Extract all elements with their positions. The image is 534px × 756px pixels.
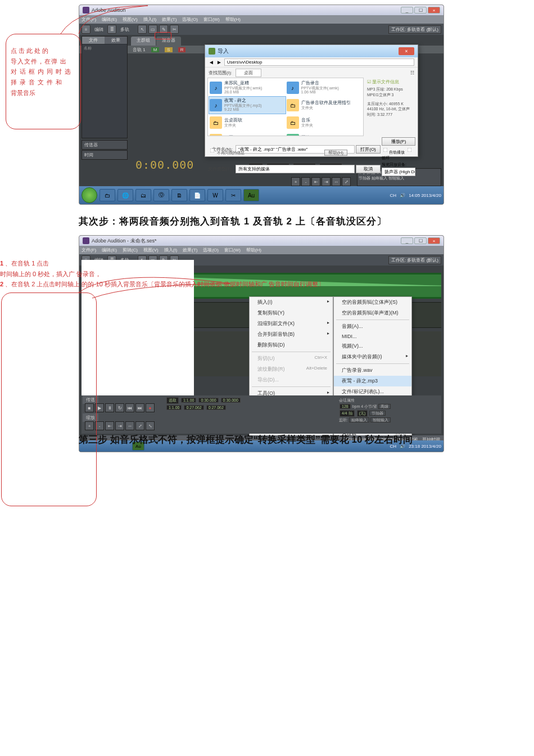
callout2-tail	[79, 264, 236, 309]
taskbar-app[interactable]: ✂	[225, 189, 241, 201]
minimize-button[interactable]: _	[401, 7, 413, 14]
dialog-title: 导入	[218, 47, 399, 55]
volume-icon[interactable]: 🔊	[400, 193, 405, 198]
back-icon[interactable]: ◄	[209, 59, 214, 65]
submenu-item[interactable]: 视频(V)...	[334, 341, 411, 352]
submenu-item[interactable]: 空的音频剪辑(单声道)(M)	[334, 308, 411, 318]
address-field[interactable]: Users\vv\Desktop	[224, 58, 414, 66]
submenu-item[interactable]: 媒体夹中的音频(I)	[334, 352, 411, 362]
submenu-item[interactable]: 空的音频剪辑(立体声)(S)	[334, 297, 411, 308]
window-title: Adobe Audition	[92, 7, 400, 13]
taskbar-app[interactable]: 🌐	[117, 189, 133, 201]
import-dialog: 导入 × ◄ ► Users\vv\Desktop 查找范围(I): 桌面 ☷ …	[205, 44, 418, 157]
file-item[interactable]: 🗀 音乐文件夹	[286, 114, 363, 131]
ime-icon[interactable]: CH	[390, 193, 397, 198]
track-label: 音轨 1	[133, 47, 146, 53]
zoom-icon[interactable]: ↔	[332, 177, 341, 186]
loop-button[interactable]: ↻	[115, 403, 124, 412]
solo-button[interactable]: S	[165, 47, 172, 52]
submenu-item[interactable]: MIDI...	[334, 332, 411, 341]
taskbar-app[interactable]: Ⓠ	[153, 189, 169, 201]
session-props: 会话属性 128 bpm 4 小节/竖 高级 4/4 拍 (无) 节拍器 监听:…	[338, 397, 439, 420]
menu-bar: 文件(F) 编辑(E) 视图(V) 插入(I) 效果(T) 选项(O) 窗口(W…	[79, 15, 444, 24]
file-item[interactable]: 🗀 云桌面软文件夹	[209, 114, 286, 131]
pause-button[interactable]: ⏸	[105, 403, 114, 412]
tab-maingroup[interactable]: 主群组	[131, 37, 156, 46]
view-icon[interactable]: ☷	[410, 70, 414, 75]
lookin-select[interactable]: 桌面	[236, 69, 261, 77]
bpm-field[interactable]: 128	[340, 404, 351, 409]
window-title: Adobe Audition - 未命名.ses*	[92, 237, 400, 245]
menu-bar: 文件(F) 编辑(E) 剪辑(C) 视图(V) 插入(I) 效果(T) 选项(O…	[79, 246, 444, 254]
menu-item[interactable]: 删除剪辑(D)	[250, 340, 333, 350]
show-info-checkbox[interactable]: ☑ 显示文件信息	[367, 79, 414, 85]
taskbar-app-audition[interactable]: Au	[243, 189, 259, 201]
menu-item[interactable]: 混缩到新文件(X)	[250, 318, 333, 329]
sel-start[interactable]: 1:1.00	[181, 398, 196, 403]
taskbar-app[interactable]: 🗎	[171, 189, 187, 201]
menu-item[interactable]: 复制剪辑(Y)	[250, 308, 333, 318]
loop-checkbox[interactable]	[408, 148, 412, 152]
file-item[interactable]: 🗀 广告录音软件及使用指引文件夹	[286, 97, 363, 114]
tool-icon[interactable]: ↖	[138, 25, 147, 34]
audio-icon: ♪	[210, 99, 222, 111]
sel-len[interactable]: 0:30.000	[221, 398, 241, 403]
zoom-icon[interactable]: ⇤	[311, 177, 320, 186]
start-button[interactable]	[82, 187, 97, 203]
zoom-out-icon[interactable]: -	[301, 177, 310, 186]
noask-checkbox[interactable]	[210, 148, 215, 153]
play-button[interactable]: 播放(P)	[382, 137, 415, 146]
ff-button[interactable]: ⏭	[135, 403, 144, 412]
app-icon: 🗔	[210, 134, 222, 136]
taskbar-app[interactable]: 🗂	[135, 189, 151, 201]
step-3-heading: 第三步 如音乐格式不符，按弹框提示确定“转换采样类型”需要花 10 秒左右时间	[79, 432, 444, 448]
file-item[interactable]: 🗔 画图X 3.19快捷方式	[209, 132, 286, 136]
file-item[interactable]: 🌐 网络系统文件夹	[286, 132, 363, 136]
help-button[interactable]: 帮助(H)	[324, 150, 347, 156]
folder-icon: 🗀	[287, 99, 299, 111]
file-item-selected[interactable]: ♪ 夜莺 - 薛之PPTV视频文件(.mp3)9.22 MB	[209, 97, 286, 114]
workspace-label[interactable]: 工作区: 多轨查看 (默认)	[388, 25, 441, 34]
open-button[interactable]: 打开(O)	[356, 145, 381, 154]
zoom-in-icon[interactable]: +	[291, 177, 300, 186]
mute-button[interactable]: M	[151, 47, 160, 52]
callout-2	[1, 292, 97, 506]
network-icon: 🌐	[287, 134, 299, 136]
minimize-button[interactable]: _	[401, 237, 413, 244]
clock[interactable]: 14:05 2013/4/20	[409, 193, 441, 198]
record-button[interactable]: ●	[146, 403, 155, 412]
file-list[interactable]: ♪ 来苏民_蓝精PPTV视频文件(.wmk)28.0 MB ♪ 广告录音PPTV…	[207, 78, 364, 136]
multitrack-mode-button[interactable]: 多轨	[118, 26, 132, 33]
file-item[interactable]: ♪ 广告录音PPTV视频文件(.wmk)1.06 MB	[286, 79, 363, 96]
autoplay-checkbox[interactable]	[383, 148, 388, 152]
maximize-button[interactable]: ☐	[414, 237, 427, 244]
record-button[interactable]: R	[178, 47, 186, 52]
taskbar-app[interactable]: 🗀	[99, 189, 115, 201]
submenu-item-highlighted[interactable]: 夜莺 - 薛之.mp3	[334, 376, 411, 386]
sel-end[interactable]: 0:30.000	[198, 398, 218, 403]
menu-insert[interactable]: 插入(I)	[250, 297, 333, 308]
submenu-item[interactable]: 音频(A)...	[334, 321, 411, 332]
title-bar: Adobe Audition - 未命名.ses* _ ☐ ×	[79, 236, 444, 246]
taskbar-app[interactable]: 📄	[189, 189, 205, 201]
taskbar-app[interactable]: W	[207, 189, 223, 201]
menu-item[interactable]: 合并到新音轨(B)	[250, 329, 333, 340]
rewind-button[interactable]: ⏮	[125, 403, 134, 412]
dialog-close-button[interactable]: ×	[399, 47, 414, 55]
file-item[interactable]: ♪ 来苏民_蓝精PPTV视频文件(.wmk)28.0 MB	[209, 79, 286, 96]
audition-window-1: Adobe Audition _ ☐ × 文件(F) 编辑(E) 视图(V) 插…	[79, 4, 444, 205]
app-icon	[83, 237, 89, 244]
forward-icon[interactable]: ►	[216, 59, 222, 65]
preview-device-field[interactable]: 扬声器 (High Definition Au	[382, 168, 415, 176]
dialog-lookin: 查找范围(I): 桌面 ☷	[205, 68, 418, 78]
close-button[interactable]: ×	[428, 7, 440, 14]
windows-taskbar: 🗀 🌐 🗂 Ⓠ 🗎 📄 W ✂ Au CH 🔊 14:05 2013/4/20	[79, 186, 444, 204]
filetype-field[interactable]: 所有支持的媒体	[236, 165, 355, 173]
zoom-icon[interactable]: ⤢	[342, 177, 351, 186]
close-button[interactable]: ×	[428, 237, 440, 244]
callout-text: 导入文件，在弹 出 对 话 框 内 同 时 选 择 录 音 文 件 和	[11, 56, 76, 88]
cancel-button[interactable]: 取消	[356, 165, 381, 173]
maximize-button[interactable]: ☐	[414, 7, 427, 14]
submenu-item[interactable]: 广告录音.wav	[334, 365, 411, 376]
zoom-icon[interactable]: ⇥	[322, 177, 331, 186]
